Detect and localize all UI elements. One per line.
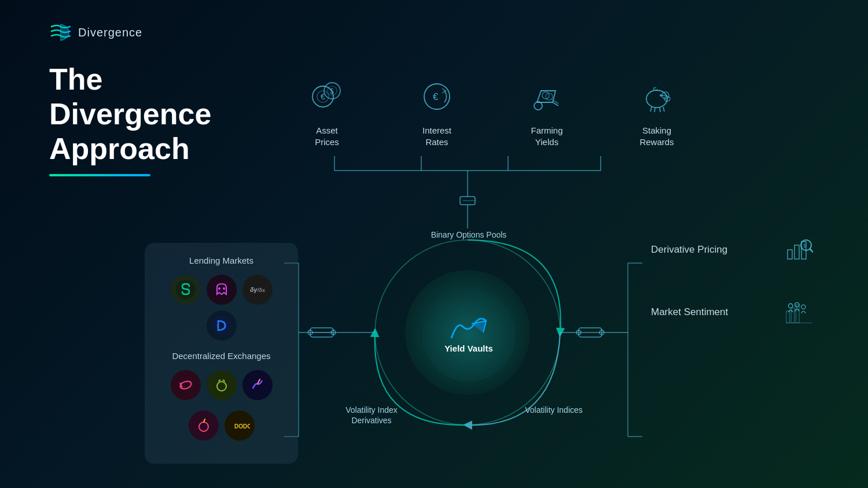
asset-prices-item: € $ AssetPrices: [295, 75, 359, 147]
svg-text:€: €: [433, 91, 439, 102]
dex-icon-3: [242, 370, 273, 400]
staking-rewards-icon: [635, 75, 678, 118]
svg-point-50: [212, 280, 231, 300]
derivative-pricing-icon: $: [785, 236, 813, 264]
svg-text:/δx: /δx: [258, 287, 265, 293]
protocol-icon-3: δγ /δx: [242, 275, 273, 305]
interest-rates-item: € InterestRates: [405, 75, 469, 147]
svg-rect-68: [788, 250, 792, 259]
svg-text:$: $: [330, 87, 334, 95]
lending-protocols-grid: δγ /δx: [156, 275, 286, 341]
svg-point-61: [212, 375, 231, 395]
svg-point-77: [789, 304, 793, 308]
lending-markets-title: Lending Markets: [156, 256, 286, 265]
market-sentiment-item: Market Sentiment: [651, 298, 813, 326]
right-panel: Derivative Pricing $ Market Sentiment: [651, 236, 813, 361]
asset-prices-label: AssetPrices: [315, 125, 339, 147]
staking-rewards-label: StakingRewards: [639, 125, 674, 147]
svg-rect-76: [796, 305, 799, 323]
derivative-pricing-item: Derivative Pricing $: [651, 236, 813, 264]
volatility-indices-label: Volatility Indices: [516, 405, 591, 415]
yield-vaults-label: Yield Vaults: [444, 343, 493, 353]
logo-icon: [49, 22, 72, 43]
svg-rect-6: [460, 197, 475, 205]
title-line3: Approach: [49, 132, 190, 165]
svg-point-58: [176, 375, 196, 395]
svg-line-43: [650, 107, 652, 112]
svg-point-79: [801, 305, 806, 309]
svg-point-18: [576, 330, 581, 335]
dex-icon-5: DODO: [225, 411, 255, 441]
volatility-index-derivatives-label: Volatility Index Derivatives: [331, 405, 412, 426]
svg-point-48: [660, 94, 662, 97]
svg-point-14: [308, 330, 312, 335]
title-line1: The: [49, 62, 102, 96]
svg-rect-74: [786, 311, 790, 323]
farming-yields-label: FarmingYields: [531, 125, 562, 147]
staking-rewards-item: StakingRewards: [625, 75, 689, 147]
title-line2: Divergence: [49, 97, 211, 131]
dex-icon-2: [207, 370, 237, 400]
logo-name: Divergence: [78, 26, 142, 39]
dex-icon-4: [189, 411, 219, 441]
farming-yields-item: FarmingYields: [515, 75, 579, 147]
protocol-icon-1: [171, 275, 201, 305]
logo: Divergence: [49, 22, 142, 43]
svg-line-46: [663, 107, 664, 112]
svg-point-63: [248, 375, 267, 395]
svg-rect-69: [795, 245, 799, 259]
asset-prices-icon: € $: [306, 75, 348, 118]
left-panel: Lending Markets δγ /δx: [145, 243, 298, 464]
svg-line-45: [660, 108, 660, 112]
svg-point-51: [218, 287, 220, 290]
svg-point-15: [331, 330, 336, 335]
svg-point-56: [212, 316, 231, 335]
top-icons-row: € $ AssetPrices € InterestRates: [295, 75, 689, 147]
interest-rates-label: InterestRates: [422, 125, 451, 147]
page-title: The Divergence Approach: [49, 62, 211, 176]
binary-options-label: Binary Options Pools: [422, 230, 515, 240]
svg-point-64: [194, 416, 214, 435]
svg-text:DODO: DODO: [234, 423, 250, 430]
svg-rect-12: [310, 328, 333, 337]
svg-point-19: [599, 330, 604, 335]
farming-yields-icon: [525, 75, 568, 118]
svg-text:δγ: δγ: [250, 286, 258, 293]
svg-line-44: [654, 108, 655, 112]
dex-protocols-grid: [156, 370, 286, 400]
protocol-icon-4: [207, 310, 237, 341]
protocol-icon-2: [207, 275, 237, 305]
svg-point-34: [534, 102, 542, 110]
market-sentiment-icon: [785, 298, 813, 326]
market-sentiment-label: Market Sentiment: [651, 306, 728, 318]
dex-protocols-grid-2: DODO: [156, 411, 286, 441]
derivative-pricing-label: Derivative Pricing: [651, 244, 727, 256]
title-underline: [49, 174, 150, 176]
svg-point-52: [223, 287, 225, 290]
svg-rect-17: [579, 328, 602, 337]
dex-icon-1: [171, 370, 201, 400]
svg-text:$: $: [803, 243, 806, 249]
dex-title: Decentralized Exchanges: [156, 351, 286, 361]
svg-line-72: [810, 249, 813, 252]
yield-vaults-center: Yield Vaults: [422, 289, 515, 382]
interest-rates-icon: €: [415, 75, 458, 118]
